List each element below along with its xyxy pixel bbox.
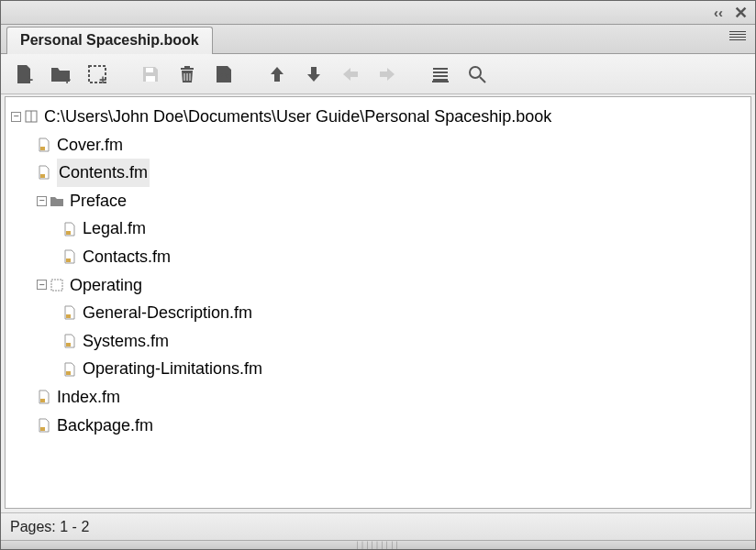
svg-rect-6 (181, 68, 194, 70)
svg-rect-25 (66, 314, 71, 318)
tree-folder-operating[interactable]: − Operating (11, 271, 750, 300)
expand-toggle-icon[interactable]: − (37, 280, 47, 290)
tree-item-cover[interactable]: Cover.fm (11, 131, 750, 160)
svg-rect-15 (432, 81, 449, 82)
svg-rect-4 (146, 68, 153, 72)
tree-item-label[interactable]: Contents.fm (57, 159, 150, 187)
svg-text:+: + (26, 72, 33, 85)
svg-rect-29 (40, 427, 45, 431)
svg-line-17 (480, 77, 485, 82)
tree-item-label[interactable]: Cover.fm (57, 131, 123, 160)
fm-file-icon (37, 138, 51, 152)
svg-rect-20 (40, 147, 45, 150)
tree-item-label[interactable]: Index.fm (57, 383, 120, 412)
tree-item-label[interactable]: Operating-Limitations.fm (83, 355, 262, 383)
expand-toggle-icon[interactable]: − (37, 196, 47, 206)
tree-item-label[interactable]: Backpage.fm (57, 412, 153, 440)
tree-item-legal[interactable]: Legal.fm (11, 214, 750, 243)
tree-item-systems[interactable]: Systems.fm (11, 327, 750, 356)
fm-file-icon (37, 165, 51, 180)
move-down-button[interactable] (298, 59, 329, 90)
fm-file-icon (62, 222, 77, 236)
add-folder-button[interactable]: + (45, 59, 76, 90)
file-tree: − C:\Users\John Doe\Documents\User Guide… (11, 103, 750, 439)
tree-item-general[interactable]: General-Description.fm (11, 299, 750, 327)
svg-rect-24 (51, 280, 62, 291)
resize-handle[interactable]: │││││││││ (1, 540, 755, 549)
tree-content: − C:\Users\John Doe\Documents\User Guide… (5, 96, 751, 509)
pages-status: Pages: 1 - 2 (10, 519, 89, 535)
tree-item-label[interactable]: Preface (70, 187, 127, 215)
group-icon (50, 278, 64, 292)
titlebar: ‹‹ ✕ (1, 1, 755, 25)
update-button[interactable] (208, 59, 239, 90)
svg-rect-27 (66, 371, 71, 375)
close-icon[interactable]: ✕ (734, 3, 748, 23)
svg-rect-5 (146, 76, 155, 82)
tree-item-contents[interactable]: Contents.fm (11, 159, 750, 187)
tree-item-label[interactable]: Operating (70, 271, 142, 300)
tree-item-label[interactable]: Legal.fm (83, 214, 146, 243)
svg-rect-7 (184, 66, 190, 68)
tree-item-label[interactable]: Contacts.fm (83, 243, 171, 271)
add-group-button[interactable]: + (82, 59, 113, 90)
fm-file-icon (62, 305, 77, 320)
collapse-icon[interactable]: ‹‹ (714, 5, 723, 20)
delete-button[interactable] (172, 59, 203, 90)
move-left-button[interactable] (335, 59, 366, 90)
save-button[interactable] (135, 59, 166, 90)
fm-file-icon (62, 362, 77, 377)
tree-item-contacts[interactable]: Contacts.fm (11, 243, 750, 271)
status-bar: Pages: 1 - 2 (1, 512, 755, 540)
tree-item-limitations[interactable]: Operating-Limitations.fm (11, 355, 750, 383)
folder-icon (50, 193, 64, 208)
tree-item-label[interactable]: General-Description.fm (83, 299, 252, 327)
book-panel: ‹‹ ✕ Personal Spaceship.book + + + (0, 0, 756, 550)
fm-file-icon (62, 249, 77, 264)
search-button[interactable] (461, 59, 493, 90)
fm-file-icon (37, 418, 51, 433)
tree-root-label[interactable]: C:\Users\John Doe\Documents\User Guide\P… (44, 103, 551, 131)
svg-text:+: + (63, 72, 71, 85)
panel-menu-icon[interactable] (729, 31, 746, 40)
book-icon (24, 109, 39, 124)
tree-item-index[interactable]: Index.fm (11, 383, 750, 412)
tab-book[interactable]: Personal Spaceship.book (6, 27, 213, 54)
add-file-button[interactable]: + (8, 59, 39, 90)
svg-rect-23 (66, 258, 71, 262)
svg-point-16 (470, 67, 481, 78)
move-up-button[interactable] (261, 59, 293, 90)
svg-text:+: + (99, 72, 106, 85)
fm-file-icon (62, 334, 77, 348)
tab-row: Personal Spaceship.book (1, 25, 755, 54)
outline-button[interactable] (425, 59, 456, 90)
toolbar: + + + (1, 54, 755, 94)
tree-item-backpage[interactable]: Backpage.fm (11, 412, 750, 440)
svg-rect-28 (40, 399, 45, 402)
svg-rect-21 (40, 174, 45, 178)
tree-root[interactable]: − C:\Users\John Doe\Documents\User Guide… (11, 103, 750, 131)
svg-rect-22 (66, 231, 71, 235)
tree-item-label[interactable]: Systems.fm (83, 327, 169, 356)
tree-folder-preface[interactable]: − Preface (11, 187, 750, 215)
fm-file-icon (37, 390, 51, 404)
svg-rect-26 (66, 343, 71, 346)
move-right-button[interactable] (372, 59, 403, 90)
expand-toggle-icon[interactable]: − (11, 112, 21, 122)
